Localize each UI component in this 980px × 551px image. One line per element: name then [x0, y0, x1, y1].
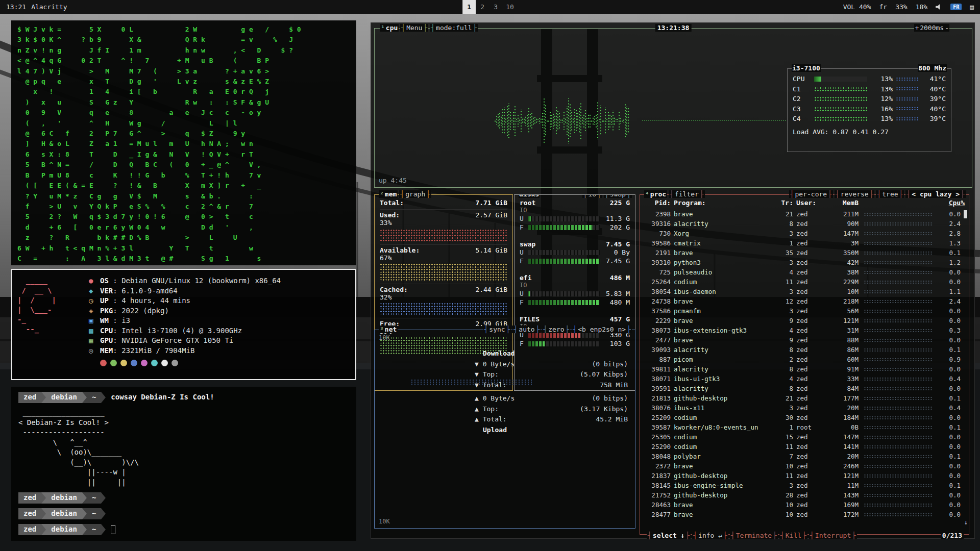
- interval-increase-button[interactable]: +: [914, 24, 919, 32]
- process-table-header: Pid: Program: Tr: User: MemB Cpu%: [644, 197, 965, 208]
- speaker-icon[interactable]: [936, 4, 942, 10]
- proc-user: zed: [796, 249, 827, 257]
- col-cpu-sorted[interactable]: Cpu%: [941, 199, 965, 207]
- workspace-10[interactable]: 10: [502, 0, 518, 14]
- fr-flag-badge[interactable]: FR: [950, 4, 962, 10]
- interrupt-button[interactable]: Interrupt: [815, 532, 851, 539]
- process-row[interactable]: 21837github-desktop11zed121M0.0: [644, 471, 961, 481]
- proc-pid: 25209: [644, 414, 671, 421]
- net-tab-auto[interactable]: auto: [518, 325, 535, 333]
- process-row[interactable]: 37586pcmanfm3zed56M0.0: [644, 306, 961, 316]
- proc-scrollbar-thumb[interactable]: [964, 210, 967, 218]
- col-threads[interactable]: Tr:: [777, 199, 793, 207]
- proc-tab-tree[interactable]: tree: [881, 190, 898, 198]
- proc-mem: 56M: [830, 307, 859, 315]
- kill-button[interactable]: Kill: [785, 532, 802, 539]
- process-row[interactable]: 2191brave35zed350M0.1: [644, 248, 961, 258]
- terminal-cowsay: zeddebian~cowsay Debian-Z Is Cool! _____…: [11, 387, 356, 541]
- net-stat-label: ▲ 0 Byte/s: [475, 393, 514, 404]
- col-pid[interactable]: Pid:: [644, 199, 671, 207]
- net-tab-zero[interactable]: zero: [548, 325, 565, 333]
- terminal-cursor[interactable]: [111, 525, 115, 534]
- process-row[interactable]: 730Xorg3zed147M2.8: [644, 229, 961, 238]
- tray-memory-icon[interactable]: ▤: [970, 3, 974, 11]
- proc-sort-selector[interactable]: < cpu lazy >: [911, 190, 960, 198]
- proc-mem: 86M: [830, 346, 859, 354]
- mode-toggle-button[interactable]: mode:full: [435, 24, 472, 32]
- proc-threads: 8: [777, 365, 793, 373]
- core-usage-graph: [814, 96, 867, 101]
- process-row[interactable]: 38076ibus-x113zed20M0.4: [644, 403, 961, 413]
- proc-cpu-graph: [864, 435, 932, 439]
- proc-tab-filter[interactable]: filter: [674, 190, 699, 198]
- process-row[interactable]: 21813github-desktop21zed177M0.1: [644, 393, 961, 403]
- process-row[interactable]: 38054ibus-daemon3zed10M1.1: [644, 287, 961, 296]
- process-row[interactable]: 39316alacritty8zed90M2.4: [644, 219, 961, 229]
- col-mem[interactable]: MemB: [830, 199, 859, 207]
- prompt-host: debian: [46, 508, 82, 519]
- info-button[interactable]: info ↵: [698, 532, 723, 539]
- cpu-graph-bar: [496, 116, 497, 125]
- proc-threads: 8: [777, 220, 793, 228]
- cpu-graph-bar: [582, 117, 583, 125]
- process-row[interactable]: 2477brave9zed88M0.0: [644, 335, 961, 345]
- volume-module[interactable]: VOL 40%: [843, 3, 871, 11]
- process-row[interactable]: 39587kworker/u8:0-events_un1root0B0.1: [644, 422, 961, 432]
- process-row[interactable]: 2398brave21zed211M0.0: [644, 209, 961, 219]
- proc-cpu-percent: 0.0: [937, 385, 961, 392]
- net-tab-sync[interactable]: sync: [488, 325, 505, 333]
- disks-tab-swap[interactable]: swap: [609, 194, 626, 198]
- select-button[interactable]: select ↓: [652, 532, 685, 539]
- process-row[interactable]: 725pulseaudio4zed38M0.0: [644, 267, 961, 277]
- proc-cpu-percent: 0.1: [937, 453, 961, 460]
- process-row[interactable]: 39811alacritty8zed91M0.0: [644, 364, 961, 374]
- col-program[interactable]: Program:: [674, 199, 774, 207]
- process-row[interactable]: 25290codium11zed141M0.0: [644, 442, 961, 452]
- process-row[interactable]: 38071ibus-ui-gtk34zed33M0.4: [644, 374, 961, 384]
- process-row[interactable]: 25209codium30zed184M0.0: [644, 413, 961, 422]
- workspace-1[interactable]: 1: [462, 0, 476, 14]
- process-row[interactable]: 39093alacritty8zed86M0.1: [644, 345, 961, 355]
- keyboard-layout-module[interactable]: fr: [879, 3, 888, 11]
- cpu-graph-bar: [519, 119, 520, 123]
- shell-prompt: zeddebian~cowsay Debian-Z Is Cool!: [18, 392, 349, 403]
- process-row[interactable]: 38048polybar7zed20M0.1: [644, 452, 961, 461]
- workspace-3[interactable]: 3: [489, 0, 502, 14]
- proc-program: codium: [674, 433, 774, 441]
- cpu-graph-bar: [504, 108, 505, 134]
- process-row[interactable]: 38073ibus-extension-gtk34zed31M0.3: [644, 325, 961, 335]
- shell-command: cowsay Debian-Z Is Cool!: [111, 392, 214, 403]
- col-user[interactable]: User:: [796, 199, 827, 207]
- process-row[interactable]: 887picom2zed60M0.9: [644, 355, 961, 364]
- proc-tab-reverse[interactable]: reverse: [840, 190, 869, 198]
- process-row[interactable]: 28477brave10zed172M0.0: [644, 510, 961, 519]
- proc-pid: 28463: [644, 501, 671, 509]
- cpu-graph-bar: [593, 117, 594, 125]
- process-row[interactable]: 28463brave10zed169M0.0: [644, 500, 961, 510]
- process-row[interactable]: 24738brave12zed218M2.4: [644, 296, 961, 306]
- proc-scroll-down-icon[interactable]: ↓: [964, 519, 968, 526]
- gpu-icon: ▦: [89, 336, 100, 346]
- process-row[interactable]: 25305codium15zed147M0.0: [644, 432, 961, 442]
- process-row[interactable]: 2229brave9zed121M0.0: [644, 316, 961, 325]
- net-tab-b-enp2s0-n[interactable]: <b enp2s0 n>: [577, 325, 626, 333]
- process-row[interactable]: 39591alacritty8zed84M0.0: [644, 384, 961, 393]
- process-row[interactable]: 39586cmatrix1zed3M1.3: [644, 238, 961, 248]
- proc-pid: 2477: [644, 336, 671, 344]
- menu-button[interactable]: Menu: [406, 24, 423, 32]
- mem-graph-toggle[interactable]: graph: [405, 190, 426, 198]
- shell-prompt: zeddebian~: [18, 524, 349, 535]
- cpu-graph-bar: [620, 118, 621, 123]
- proc-tab-per-core[interactable]: per-core: [795, 190, 828, 198]
- process-row[interactable]: 39310python33zed42M1.2: [644, 258, 961, 267]
- disks-tab-io[interactable]: io: [588, 194, 597, 198]
- process-row[interactable]: 21752github-desktop28zed143M0.0: [644, 490, 961, 500]
- terminate-button[interactable]: Terminate: [736, 532, 772, 539]
- up-icon: ◷: [89, 296, 100, 306]
- process-row[interactable]: 38145ibus-engine-simple3zed11M0.1: [644, 481, 961, 490]
- workspace-2[interactable]: 2: [476, 0, 489, 14]
- process-row[interactable]: 2372brave10zed246M0.0: [644, 461, 961, 471]
- process-row[interactable]: 25264codium11zed229M0.0: [644, 277, 961, 287]
- interval-decrease-button[interactable]: -: [944, 24, 949, 32]
- cpu-box: ¹cpu ┤Menu├ ┤mode:full├ 13:21:38 + 2000m…: [374, 28, 972, 188]
